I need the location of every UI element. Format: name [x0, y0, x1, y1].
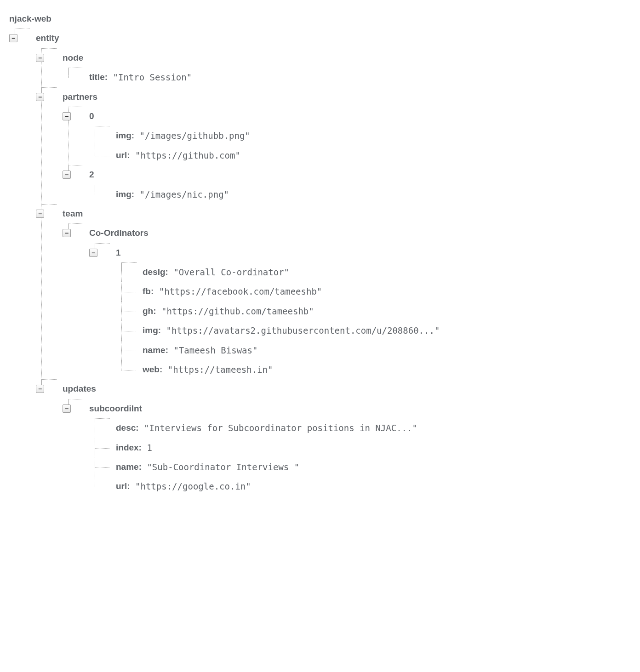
tree-node-team: − team − Co-Ordinators − 1	[36, 204, 631, 380]
tree-node-coordinators: − Co-Ordinators − 1	[63, 223, 631, 379]
key-partners: partners	[63, 90, 97, 104]
key-subcoord: subcoordiInt	[89, 402, 142, 416]
val-desig: "Overall Co-ordinator"	[168, 265, 289, 279]
tree-row-gh[interactable]: gh: "https://github.com/tameeshb"	[143, 302, 631, 321]
tree-node-partners: − partners − 0 img: "/im	[36, 87, 631, 204]
collapse-icon[interactable]: −	[36, 54, 44, 62]
tree-leaf: desc: "Interviews for Subcoordinator pos…	[89, 418, 631, 438]
key-img: img:	[116, 129, 134, 142]
tree-leaf-title: title: "Intro Session"	[63, 68, 631, 87]
val-img: "/images/githubb.png"	[134, 129, 250, 142]
tree-leaf: img: "/images/githubb.png"	[89, 126, 631, 145]
tree-leaf: url: "https://google.co.in"	[89, 477, 631, 496]
key-gh: gh:	[143, 304, 156, 318]
tree-leaf: img: "/images/nic.png"	[89, 185, 631, 204]
tree-node-node: − node title: "Intro Session"	[36, 48, 631, 87]
key-index-1: 1	[116, 246, 121, 260]
collapse-icon[interactable]: −	[36, 210, 44, 218]
key-img: img:	[143, 324, 161, 337]
val-name: "Tameesh Biswas"	[168, 343, 257, 357]
tree-row-team[interactable]: − team	[63, 204, 631, 223]
tree-leaf: url: "https://github.com"	[89, 146, 631, 165]
val-img: "https://avatars2.githubusercontent.com/…	[161, 324, 440, 337]
key-url: url:	[116, 148, 130, 162]
key-desig: desig:	[143, 265, 168, 279]
tree-row-desig[interactable]: desig: "Overall Co-ordinator"	[143, 262, 631, 282]
tree-row-entity[interactable]: − entity	[36, 28, 631, 48]
key-index-0: 0	[89, 109, 94, 123]
key-node: node	[63, 51, 83, 65]
collapse-icon[interactable]: −	[89, 249, 97, 257]
collapse-icon[interactable]: −	[9, 34, 17, 42]
collapse-icon[interactable]: −	[63, 229, 71, 237]
collapse-icon[interactable]: −	[36, 385, 44, 393]
tree-node-updates: − updates − subcoordiInt desc:	[36, 379, 631, 496]
tree-row-img[interactable]: img: "/images/nic.png"	[116, 185, 631, 204]
tree-row-updates[interactable]: − updates	[63, 379, 631, 399]
val-name: "Sub-Coordinator Interviews "	[142, 460, 299, 474]
tree-row-subcoord[interactable]: − subcoordiInt	[89, 399, 631, 418]
tree-row-img[interactable]: img: "https://avatars2.githubusercontent…	[143, 321, 631, 340]
collapse-icon[interactable]: −	[63, 404, 71, 413]
tree-row-partners[interactable]: − partners	[63, 87, 631, 107]
tree-row-name[interactable]: name: "Sub-Coordinator Interviews "	[116, 457, 631, 477]
tree-leaf: gh: "https://github.com/tameeshb"	[116, 302, 631, 321]
tree-node-coord-1: − 1 desig: "Overall Co-ordinator"	[89, 243, 631, 380]
tree-node-partner-0: − 0 img: "/images/githubb.png"	[63, 107, 631, 165]
tree-node-entity: − entity − node title: "Intro Session"	[9, 28, 631, 496]
collapse-icon[interactable]: −	[63, 171, 71, 179]
tree-leaf: web: "https://tameesh.in"	[116, 360, 631, 379]
val-index: 1	[142, 441, 152, 455]
collapse-icon[interactable]: −	[36, 93, 44, 101]
tree-row-web[interactable]: web: "https://tameesh.in"	[143, 360, 631, 379]
key-img: img:	[116, 188, 134, 201]
key-entity: entity	[36, 31, 59, 45]
tree-node-subcoord: − subcoordiInt desc: "Interviews for Sub…	[63, 399, 631, 496]
tree-row-title[interactable]: title: "Intro Session"	[89, 68, 631, 87]
tree-row-url[interactable]: url: "https://google.co.in"	[116, 477, 631, 496]
key-name: name:	[143, 343, 168, 357]
tree-row-url[interactable]: url: "https://github.com"	[116, 146, 631, 165]
val-web: "https://tameesh.in"	[162, 363, 273, 376]
key-url: url:	[116, 479, 130, 493]
tree-leaf: name: "Tameesh Biswas"	[116, 341, 631, 360]
root-label[interactable]: njack-web	[9, 9, 631, 28]
tree-leaf: name: "Sub-Coordinator Interviews "	[89, 457, 631, 477]
key-index-2: 2	[89, 168, 94, 182]
tree-row-coordinators[interactable]: − Co-Ordinators	[89, 223, 631, 243]
tree-row-partner-0[interactable]: − 0	[89, 107, 631, 126]
tree-row-coord-1[interactable]: − 1	[116, 243, 631, 262]
val-fb: "https://facebook.com/tameeshb"	[154, 285, 322, 298]
tree-node-partner-2: − 2 img: "/images/nic.png"	[63, 165, 631, 204]
val-desc: "Interviews for Subcoordinator positions…	[139, 421, 417, 435]
tree-leaf: index: 1	[89, 438, 631, 457]
val-title: "Intro Session"	[108, 70, 192, 84]
key-updates: updates	[63, 382, 96, 396]
key-fb: fb:	[143, 285, 154, 298]
key-team: team	[63, 207, 83, 221]
tree-row-partner-2[interactable]: − 2	[89, 165, 631, 184]
val-url: "https://github.com"	[130, 148, 240, 162]
tree-row-desc[interactable]: desc: "Interviews for Subcoordinator pos…	[116, 418, 631, 438]
val-img: "/images/nic.png"	[134, 188, 229, 201]
val-gh: "https://github.com/tameeshb"	[156, 304, 314, 318]
key-coordinators: Co-Ordinators	[89, 226, 149, 240]
tree-leaf: fb: "https://facebook.com/tameeshb"	[116, 282, 631, 301]
key-index: index:	[116, 441, 142, 455]
collapse-icon[interactable]: −	[63, 112, 71, 120]
tree-leaf: img: "https://avatars2.githubusercontent…	[116, 321, 631, 340]
tree-row-index[interactable]: index: 1	[116, 438, 631, 457]
key-desc: desc:	[116, 421, 139, 435]
tree-row-name[interactable]: name: "Tameesh Biswas"	[143, 341, 631, 360]
key-web: web:	[143, 363, 162, 376]
tree-row-fb[interactable]: fb: "https://facebook.com/tameeshb"	[143, 282, 631, 301]
tree-root: njack-web − entity − node title: "Intro …	[9, 9, 631, 496]
tree-leaf: desig: "Overall Co-ordinator"	[116, 262, 631, 282]
tree-row-node[interactable]: − node	[63, 48, 631, 68]
key-title: title:	[89, 70, 108, 84]
tree-row-img[interactable]: img: "/images/githubb.png"	[116, 126, 631, 145]
key-name: name:	[116, 460, 142, 474]
val-url: "https://google.co.in"	[130, 479, 251, 493]
